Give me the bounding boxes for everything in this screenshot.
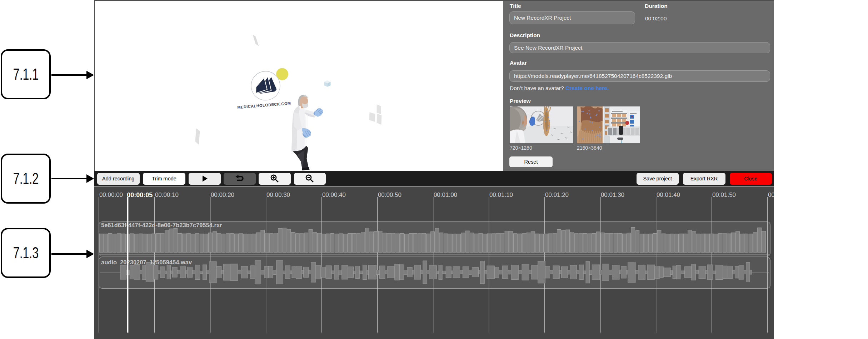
svg-text:00:01:00: 00:01:00: [434, 191, 457, 198]
svg-text:MEDICALHOLODECK.COM: MEDICALHOLODECK.COM: [237, 101, 291, 110]
svg-text:audio_20230207_125059454.wav: audio_20230207_125059454.wav: [101, 259, 192, 265]
svg-text:00:00:30: 00:00:30: [266, 191, 290, 198]
svg-text:5e61d63f-447f-422d-8e06-7b23b7: 5e61d63f-447f-422d-8e06-7b23b7c79554.rxr: [101, 222, 222, 228]
svg-text:00:00:20: 00:00:20: [211, 191, 234, 198]
svg-text:00:00:40: 00:00:40: [322, 191, 346, 198]
svg-text:00:01:50: 00:01:50: [712, 191, 736, 198]
svg-text:00:01:10: 00:01:10: [489, 191, 513, 198]
svg-text:00:01:30: 00:01:30: [601, 191, 624, 198]
svg-text:00:00:00: 00:00:00: [99, 191, 123, 198]
svg-text:00:02:00: 00:02:00: [768, 191, 774, 198]
svg-text:00:00:10: 00:00:10: [155, 191, 179, 198]
svg-text:00:01:40: 00:01:40: [657, 191, 680, 198]
svg-text:00:00:50: 00:00:50: [378, 191, 401, 198]
svg-text:00:00:05: 00:00:05: [127, 191, 153, 199]
svg-text:00:01:20: 00:01:20: [545, 191, 569, 198]
